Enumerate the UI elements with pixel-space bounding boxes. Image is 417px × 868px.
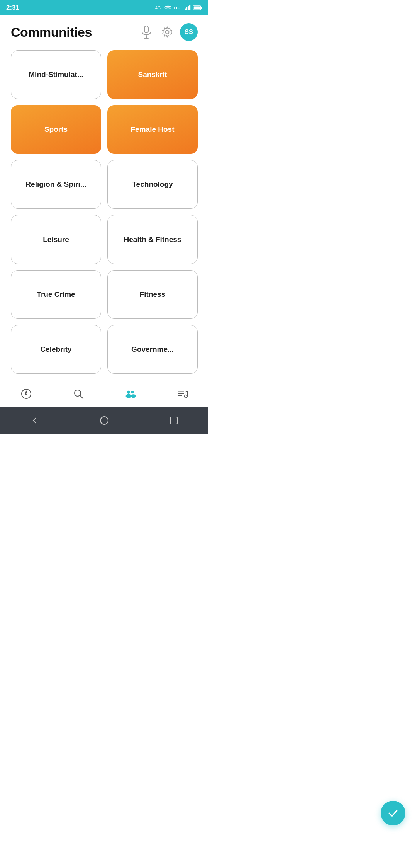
lte-icon: LTE bbox=[174, 5, 182, 10]
nav-communities[interactable] bbox=[117, 385, 144, 403]
people-icon bbox=[125, 388, 136, 400]
card-celebrity[interactable]: Celebrity bbox=[11, 325, 101, 374]
system-nav bbox=[0, 407, 208, 434]
back-icon bbox=[30, 416, 39, 425]
bottom-nav bbox=[0, 380, 208, 407]
svg-point-26 bbox=[184, 395, 187, 397]
microphone-button[interactable] bbox=[138, 24, 154, 40]
svg-point-19 bbox=[127, 390, 130, 393]
svg-point-1 bbox=[168, 9, 168, 10]
signal-bars-icon bbox=[185, 5, 191, 10]
svg-point-13 bbox=[166, 31, 169, 34]
nav-playlist[interactable] bbox=[169, 385, 196, 403]
svg-rect-5 bbox=[188, 6, 189, 10]
svg-line-18 bbox=[80, 395, 83, 398]
svg-rect-10 bbox=[144, 26, 148, 33]
svg-rect-4 bbox=[186, 7, 187, 10]
svg-rect-30 bbox=[170, 417, 177, 424]
svg-marker-16 bbox=[25, 390, 27, 393]
svg-rect-3 bbox=[185, 9, 186, 10]
svg-text:LTE: LTE bbox=[174, 6, 180, 10]
svg-point-15 bbox=[25, 393, 27, 395]
svg-point-20 bbox=[125, 394, 131, 398]
community-grid: Mind-Stimulat...SanskritSportsFemale Hos… bbox=[0, 46, 208, 380]
home-button[interactable] bbox=[98, 414, 110, 427]
status-bar: 2:31 4G LTE bbox=[0, 0, 208, 15]
battery-icon bbox=[193, 5, 202, 10]
svg-text:4G: 4G bbox=[155, 5, 161, 10]
search-icon bbox=[73, 388, 84, 400]
status-icons: 4G LTE bbox=[155, 5, 202, 11]
wifi-icon bbox=[164, 5, 171, 10]
card-government[interactable]: Governme... bbox=[107, 325, 198, 374]
card-mind-stimulat[interactable]: Mind-Stimulat... bbox=[11, 50, 101, 99]
card-sports[interactable]: Sports bbox=[11, 105, 101, 154]
microphone-icon bbox=[141, 26, 151, 39]
page-title: Communities bbox=[11, 25, 134, 40]
card-religion-spiri[interactable]: Religion & Spiri... bbox=[11, 160, 101, 209]
card-true-crime[interactable]: True Crime bbox=[11, 270, 101, 319]
settings-button[interactable] bbox=[159, 24, 175, 40]
playlist-icon bbox=[177, 388, 188, 400]
recent-button[interactable] bbox=[168, 414, 180, 427]
nav-explore[interactable] bbox=[13, 385, 40, 403]
back-button[interactable] bbox=[29, 414, 41, 427]
card-technology[interactable]: Technology bbox=[107, 160, 198, 209]
avatar-button[interactable]: SS bbox=[180, 23, 198, 41]
card-leisure[interactable]: Leisure bbox=[11, 215, 101, 264]
svg-point-29 bbox=[100, 417, 108, 424]
nav-search[interactable] bbox=[65, 385, 92, 403]
svg-point-22 bbox=[131, 394, 136, 398]
svg-rect-6 bbox=[189, 5, 190, 10]
card-female-host[interactable]: Female Host bbox=[107, 105, 198, 154]
card-health-fitness[interactable]: Health & Fitness bbox=[107, 215, 198, 264]
header: Communities SS bbox=[0, 15, 208, 46]
status-time: 2:31 bbox=[6, 4, 19, 12]
svg-rect-8 bbox=[201, 7, 202, 9]
card-fitness[interactable]: Fitness bbox=[107, 270, 198, 319]
signal-icon: 4G bbox=[155, 5, 162, 11]
recent-icon bbox=[170, 416, 178, 425]
home-icon bbox=[100, 416, 109, 425]
card-sanskrit[interactable]: Sanskrit bbox=[107, 50, 198, 99]
svg-point-21 bbox=[131, 391, 134, 393]
svg-rect-9 bbox=[194, 7, 200, 9]
gear-icon bbox=[161, 26, 173, 38]
compass-icon bbox=[20, 388, 32, 400]
